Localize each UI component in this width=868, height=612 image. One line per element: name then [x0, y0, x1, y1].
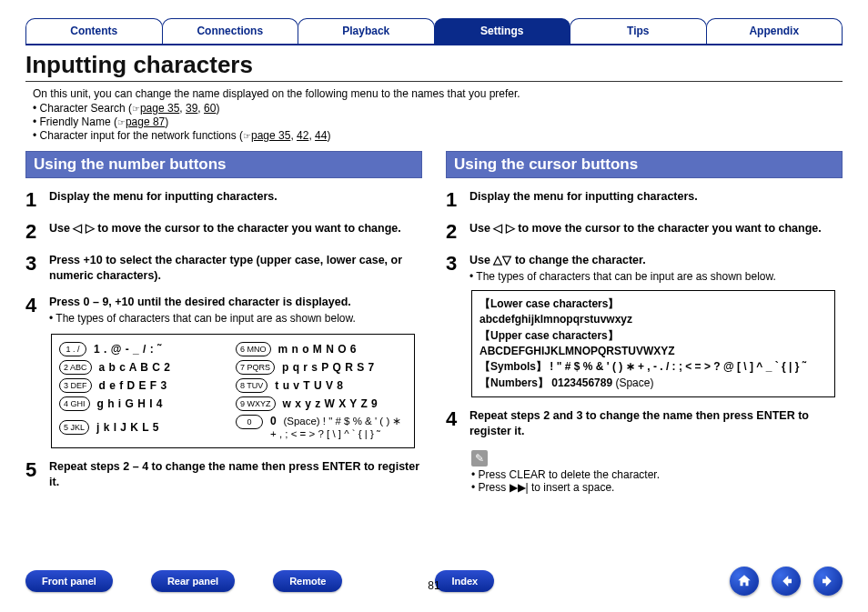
step-number: 5: [25, 459, 49, 490]
keycap-9: 9 WXYZ: [236, 396, 276, 411]
keycap-chars: 1 . @ - _ / : ˜: [94, 343, 162, 356]
index-button[interactable]: Index: [435, 570, 494, 592]
step-title: Repeat steps 2 and 3 to change the name …: [469, 408, 843, 439]
character-types-box: 【Lower case characters】 abcdefghijklmnop…: [471, 290, 835, 397]
step-number: 1: [25, 189, 49, 210]
link-page-42[interactable]: 42: [297, 129, 308, 142]
box-value-numbers: 0123456789: [549, 376, 612, 389]
link-page-60[interactable]: 60: [204, 102, 216, 115]
hand-icon: ☞: [243, 131, 251, 141]
intro-bullet-3: • Character input for the network functi…: [33, 129, 843, 142]
home-button[interactable]: [730, 567, 759, 596]
link-page-44[interactable]: 44: [315, 129, 327, 142]
keycap-3: 3 DEF: [59, 378, 92, 393]
intro-bullet-2: • Friendly Name (☞page 87): [33, 115, 843, 128]
keycap-chars-extra: (Space) ! " # $ % & ' ( ) ∗ + , ; < = > …: [270, 416, 401, 439]
top-tabs: Contents Connections Playback Settings T…: [25, 18, 843, 45]
keycap-6: 6 MNO: [236, 342, 271, 356]
hand-icon: ☞: [117, 117, 126, 127]
keycap-chars: d e f D E F 3: [99, 379, 167, 392]
box-value-lower: abcdefghijklmnopqrstuvwxyz: [479, 313, 632, 326]
step-title: Use △▽ to change the character.: [469, 253, 843, 268]
intro-text: On this unit, you can change the name di…: [33, 87, 843, 100]
step-note: The types of characters that can be inpu…: [469, 270, 843, 283]
right-column: Using the cursor buttons 1 Display the m…: [446, 151, 843, 494]
bullet-prefix: • Character Search (: [33, 102, 132, 115]
prev-page-button[interactable]: [772, 567, 801, 596]
left-heading: Using the number buttons: [25, 151, 422, 178]
keycap-chars: 0: [270, 415, 277, 427]
right-heading: Using the cursor buttons: [446, 151, 843, 178]
step-number: 2: [25, 221, 49, 242]
tab-appendix[interactable]: Appendix: [706, 18, 843, 44]
note-item: Press ▶▶| to insert a space.: [471, 481, 843, 494]
step-title: Press +10 to select the character type (…: [49, 253, 422, 284]
left-step-5: 5 Repeat steps 2 – 4 to change the name …: [25, 459, 422, 490]
remote-button[interactable]: Remote: [273, 570, 342, 592]
keycap-4: 4 GHI: [59, 396, 90, 411]
link-page-35[interactable]: page 35: [140, 102, 179, 115]
tab-contents[interactable]: Contents: [25, 18, 163, 44]
note-icon: ✎: [471, 450, 488, 467]
right-step-4: 4 Repeat steps 2 and 3 to change the nam…: [446, 408, 843, 439]
rear-panel-button[interactable]: Rear panel: [151, 570, 235, 592]
keycap-chars: t u v T U V 8: [275, 379, 343, 392]
right-step-2: 2 Use ◁ ▷ to move the cursor to the char…: [446, 221, 843, 242]
bullet-prefix: • Friendly Name (: [33, 115, 117, 128]
title-rule: [25, 81, 843, 82]
step-note: The types of characters that can be inpu…: [49, 312, 422, 325]
link-page-35b[interactable]: page 35: [251, 129, 290, 142]
step-title: Use ◁ ▷ to move the cursor to the charac…: [49, 221, 422, 236]
note-list: Press CLEAR to delete the character. Pre…: [471, 468, 843, 494]
bullet-suffix: ): [165, 115, 168, 128]
footer: Front panel Rear panel Remote 81 Index: [25, 567, 843, 596]
left-column: Using the number buttons 1 Display the m…: [25, 151, 422, 494]
box-value-numbers-suffix: (Space): [612, 376, 653, 389]
keycap-chars: m n o M N O 6: [278, 343, 358, 356]
front-panel-button[interactable]: Front panel: [25, 570, 113, 592]
left-step-1: 1 Display the menu for inputting charact…: [25, 189, 422, 210]
bullet-suffix: ): [216, 102, 219, 115]
step-title: Repeat steps 2 – 4 to change the name th…: [49, 459, 422, 490]
step-title: Press 0 – 9, +10 until the desired chara…: [49, 295, 422, 310]
keycap-chars: g h i G H I 4: [97, 397, 164, 410]
step-number: 3: [25, 253, 49, 284]
step-number: 4: [446, 408, 469, 439]
page-title: Inputting characters: [25, 51, 843, 79]
page-number: 81: [428, 579, 439, 592]
tab-settings[interactable]: Settings: [434, 18, 571, 44]
keycap-chars: w x y z W X Y Z 9: [283, 397, 378, 410]
link-page-87[interactable]: page 87: [126, 115, 165, 128]
step-number: 1: [446, 189, 469, 210]
left-step-2: 2 Use ◁ ▷ to move the cursor to the char…: [25, 221, 422, 242]
step-number: 3: [446, 253, 469, 283]
box-value-upper: ABCDEFGHIJKLMNOPQRSTUVWXYZ: [479, 345, 675, 357]
bullet-prefix: • Character input for the network functi…: [33, 129, 243, 142]
tab-tips[interactable]: Tips: [570, 18, 707, 44]
hand-icon: ☞: [132, 104, 140, 114]
keycap-0: 0: [236, 415, 263, 429]
tab-playback[interactable]: Playback: [298, 18, 435, 44]
keycap-chars: a b c A B C 2: [99, 361, 171, 374]
box-label-upper: 【Upper case characters】: [479, 329, 619, 342]
right-step-3: 3 Use △▽ to change the character. The ty…: [446, 253, 843, 283]
link-page-39[interactable]: 39: [186, 102, 197, 115]
step-title: Display the menu for inputting character…: [469, 189, 843, 205]
left-step-3: 3 Press +10 to select the character type…: [25, 253, 422, 284]
home-icon: [736, 573, 752, 589]
arrow-left-icon: [778, 573, 794, 589]
next-page-button[interactable]: [813, 567, 843, 596]
keycap-2: 2 ABC: [59, 360, 92, 375]
box-value-symbols: ! " # $ % & ' ( ) ∗ + , - . / : ; < = > …: [547, 360, 806, 373]
box-label-symbols: 【Symbols】: [479, 360, 547, 373]
keycap-chars: j k l J K L 5: [96, 421, 159, 434]
number-key-table: 1 . /1 . @ - _ / : ˜ 6 MNOm n o M N O 6 …: [51, 334, 415, 448]
keycap-7: 7 PQRS: [236, 360, 275, 375]
note-item: Press CLEAR to delete the character.: [471, 468, 843, 481]
step-title: Display the menu for inputting character…: [49, 189, 422, 205]
keycap-5: 5 JKL: [59, 420, 89, 435]
tab-connections[interactable]: Connections: [162, 18, 299, 44]
keycap-1: 1 . /: [59, 342, 86, 356]
right-step-1: 1 Display the menu for inputting charact…: [446, 189, 843, 210]
bullet-suffix: ): [327, 129, 330, 142]
